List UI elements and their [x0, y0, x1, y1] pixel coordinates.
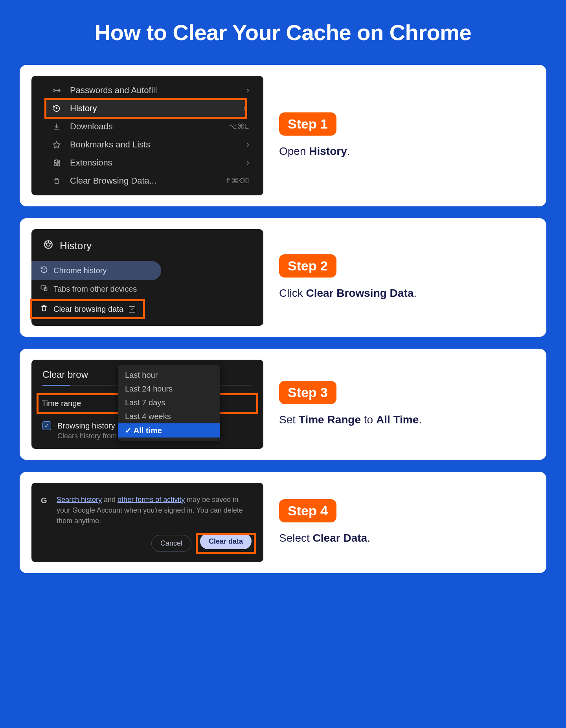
- item-label: Tabs from other devices: [53, 285, 137, 294]
- text-bold: Clear Browsing Data: [306, 287, 413, 299]
- menu-label: Downloads: [70, 121, 220, 132]
- option-last-4w[interactable]: Last 4 weeks: [118, 410, 220, 423]
- highlight-box: Clear data: [198, 535, 254, 552]
- text-bold: All Time: [376, 414, 419, 426]
- chevron-right-icon: ›: [246, 140, 249, 150]
- text: .: [367, 532, 370, 544]
- step-1-card: ⊶ Passwords and Autofill › History › Dow…: [20, 65, 546, 206]
- range-label: Time range: [42, 399, 81, 408]
- chrome-history-item[interactable]: Chrome history: [31, 261, 161, 280]
- menu-extensions[interactable]: Extensions ›: [31, 154, 263, 172]
- trash-icon: [52, 177, 61, 185]
- text-bold: History: [309, 145, 347, 157]
- checkbox-checked-icon[interactable]: ✓: [42, 421, 51, 430]
- step-badge: Step 3: [279, 381, 336, 404]
- text: and: [102, 496, 118, 504]
- menu-bookmarks[interactable]: Bookmarks and Lists ›: [31, 136, 263, 154]
- instruction-text: Set Time Range to All Time.: [279, 412, 535, 427]
- tabs-from-devices[interactable]: Tabs from other devices: [31, 280, 263, 298]
- text: Set: [279, 414, 299, 426]
- menu-passwords[interactable]: ⊶ Passwords and Autofill ›: [31, 81, 263, 99]
- option-last-hour[interactable]: Last hour: [118, 368, 220, 382]
- google-info: G Search history and other forms of acti…: [41, 495, 254, 526]
- clear-data-button[interactable]: Clear data: [200, 533, 252, 549]
- clear-browsing-data[interactable]: Clear browsing data: [31, 300, 144, 318]
- cancel-button[interactable]: Cancel: [151, 535, 191, 552]
- menu-history[interactable]: History ›: [46, 99, 246, 118]
- menu-label: Clear Browsing Data...: [70, 176, 217, 186]
- step-2-card: History Chrome history Tabs from other d…: [20, 218, 546, 337]
- menu-label: Extensions: [70, 158, 238, 168]
- option-last-7d[interactable]: Last 7 days: [118, 396, 220, 410]
- menu-label: Bookmarks and Lists: [70, 140, 238, 150]
- puzzle-icon: [52, 159, 61, 167]
- svg-point-2: [47, 243, 50, 246]
- option-last-24h[interactable]: Last 24 hours: [118, 382, 220, 396]
- text-bold: Time Range: [299, 414, 361, 426]
- chevron-right-icon: ›: [246, 85, 249, 96]
- text: to: [361, 414, 376, 426]
- history-icon: [52, 105, 61, 112]
- step-4-card: G Search history and other forms of acti…: [20, 472, 546, 573]
- text: Select: [279, 532, 313, 544]
- devices-icon: [40, 284, 48, 294]
- trash-icon: [40, 304, 48, 314]
- download-icon: [52, 123, 61, 131]
- text: .: [347, 145, 350, 157]
- text: Open: [279, 145, 309, 157]
- step-badge: Step 2: [279, 254, 336, 278]
- time-range-dropdown[interactable]: Last hour Last 24 hours Last 7 days Last…: [118, 365, 220, 441]
- chevron-right-icon: ›: [246, 158, 249, 168]
- step-2-instruction: Step 2 Click Clear Browsing Data.: [279, 254, 535, 301]
- step-3-instruction: Step 3 Set Time Range to All Time.: [279, 381, 535, 427]
- history-header: History: [31, 229, 263, 261]
- star-icon: [52, 141, 61, 149]
- step-badge: Step 1: [279, 112, 336, 136]
- shortcut: ⌥⌘L: [229, 122, 249, 131]
- menu-label: History: [70, 103, 235, 114]
- step-3-card: Clear brow Last hour Last 24 hours Last …: [20, 349, 546, 460]
- search-history-link[interactable]: Search history: [57, 496, 102, 504]
- instruction-text: Open History.: [279, 143, 535, 159]
- chrome-icon: [43, 239, 53, 252]
- dialog-buttons: Cancel Clear data: [41, 535, 254, 552]
- step-4-screenshot: G Search history and other forms of acti…: [31, 483, 263, 562]
- instruction-text: Select Clear Data.: [279, 530, 535, 546]
- other-activity-link[interactable]: other forms of activity: [118, 496, 185, 504]
- step-1-screenshot: ⊶ Passwords and Autofill › History › Dow…: [31, 76, 263, 195]
- page-title: How to Clear Your Cache on Chrome: [20, 20, 546, 45]
- step-3-screenshot: Clear brow Last hour Last 24 hours Last …: [31, 360, 263, 449]
- step-2-screenshot: History Chrome history Tabs from other d…: [31, 229, 263, 326]
- menu-label: Passwords and Autofill: [70, 85, 238, 96]
- header-label: History: [60, 240, 92, 252]
- menu-downloads[interactable]: Downloads ⌥⌘L: [31, 118, 263, 136]
- text: .: [419, 414, 422, 426]
- text: .: [413, 287, 417, 299]
- menu-clear-data[interactable]: Clear Browsing Data... ⇧⌘⌫: [31, 172, 263, 190]
- svg-marker-0: [53, 142, 60, 148]
- step-1-instruction: Step 1 Open History.: [279, 112, 535, 159]
- text: Click: [279, 287, 306, 299]
- info-text: Search history and other forms of activi…: [57, 495, 254, 526]
- instruction-text: Click Clear Browsing Data.: [279, 285, 535, 301]
- shortcut: ⇧⌘⌫: [225, 176, 249, 185]
- item-label: Chrome history: [53, 266, 107, 275]
- option-all-time[interactable]: All time: [118, 423, 220, 438]
- chevron-right-icon: ›: [243, 103, 246, 114]
- external-link-icon: [129, 306, 135, 313]
- item-label: Clear browsing data: [53, 305, 123, 314]
- key-icon: ⊶: [52, 85, 61, 96]
- text-bold: Clear Data: [313, 532, 368, 544]
- step-4-instruction: Step 4 Select Clear Data.: [279, 499, 535, 546]
- google-icon: G: [41, 495, 50, 506]
- history-icon: [40, 266, 48, 276]
- step-badge: Step 4: [279, 499, 336, 522]
